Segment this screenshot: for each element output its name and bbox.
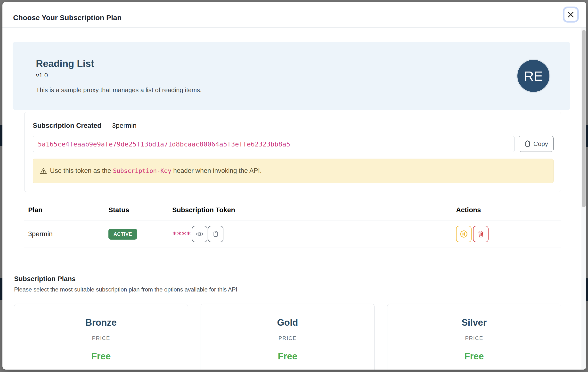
api-info: Reading List v1.0 This is a sample proxy… [36, 58, 202, 94]
trash-icon [477, 230, 484, 238]
plans-heading: Subscription Plans [14, 275, 570, 283]
modal-body: Reading List v1.0 This is a sample proxy… [2, 28, 581, 370]
col-header-actions: Actions [456, 203, 561, 220]
subscription-token-field[interactable] [33, 136, 515, 152]
modal-header: Choose Your Subscription Plan [2, 2, 586, 28]
subscription-created-panel: Subscription Created — 3permin Copy [24, 112, 561, 192]
api-summary-card: Reading List v1.0 This is a sample proxy… [13, 42, 570, 110]
plan-name: Silver [387, 317, 561, 328]
price-label: PRICE [201, 335, 374, 341]
clipboard-icon [524, 140, 531, 147]
heading-separator: — [103, 122, 110, 129]
plans-subheading: Please select the most suitable subscrip… [14, 286, 570, 293]
plan-name: Gold [201, 317, 374, 328]
api-version: v1.0 [36, 72, 202, 79]
reveal-token-button[interactable] [192, 226, 207, 242]
status-badge: ACTIVE [108, 229, 137, 240]
masked-token: **** [172, 230, 191, 239]
api-name: Reading List [36, 58, 202, 69]
plan-price: Free [201, 351, 374, 362]
copy-token-button[interactable]: Copy [519, 136, 554, 152]
price-label: PRICE [14, 335, 188, 341]
col-header-plan: Plan [24, 203, 108, 220]
plan-card-bronze[interactable]: Bronze PRICE Free RATE LIMIT [14, 304, 188, 370]
clipboard-icon [212, 230, 219, 238]
warning-triangle-icon [40, 167, 47, 174]
copy-row-token-button[interactable] [208, 226, 223, 242]
subscription-modal: Choose Your Subscription Plan Reading Li… [2, 2, 586, 370]
subscriptions-table: Plan Status Subscription Token Actions 3… [24, 203, 561, 248]
subscription-plans-section: Subscription Plans Please select the mos… [13, 275, 570, 370]
delete-subscription-button[interactable] [473, 226, 489, 242]
plan-card-silver[interactable]: Silver PRICE Free RATE LIMIT [387, 304, 561, 370]
api-description: This is a sample proxy that manages a li… [36, 86, 202, 94]
pause-circle-icon [459, 230, 468, 238]
plan-price: Free [387, 351, 561, 362]
api-avatar: RE [516, 59, 550, 93]
close-button[interactable] [565, 8, 577, 21]
screen: Choose Your Subscription Plan Reading Li… [0, 0, 588, 372]
modal-scrollbar[interactable] [581, 28, 586, 370]
row-plan-name: 3permin [24, 220, 108, 248]
token-row: Copy [33, 136, 554, 152]
suspend-subscription-button[interactable] [456, 226, 472, 242]
plan-cards: Bronze PRICE Free RATE LIMIT Gold PRICE … [14, 304, 561, 370]
created-plan-name: 3permin [112, 122, 136, 129]
notice-text: Use this token as the Subscription-Key h… [50, 167, 262, 175]
subscription-key-code: Subscription-Key [113, 167, 171, 174]
subscription-created-heading: Subscription Created — 3permin [33, 122, 554, 130]
subscription-table-row: 3permin ACTIVE **** [24, 220, 561, 248]
table-header-row: Plan Status Subscription Token Actions [24, 203, 561, 220]
eye-icon [196, 231, 204, 237]
plan-name: Bronze [14, 317, 188, 328]
plan-price: Free [14, 351, 188, 362]
plan-card-gold[interactable]: Gold PRICE Free RATE LIMIT [201, 304, 375, 370]
price-label: PRICE [387, 335, 561, 341]
copy-button-label: Copy [533, 140, 548, 148]
scrollbar-thumb[interactable] [582, 30, 586, 207]
token-usage-notice: Use this token as the Subscription-Key h… [33, 159, 554, 183]
subscription-created-label: Subscription Created [33, 122, 101, 129]
modal-title: Choose Your Subscription Plan [13, 14, 122, 22]
col-header-subscription-token: Subscription Token [172, 203, 456, 220]
close-icon [567, 10, 575, 19]
col-header-status: Status [108, 203, 172, 220]
